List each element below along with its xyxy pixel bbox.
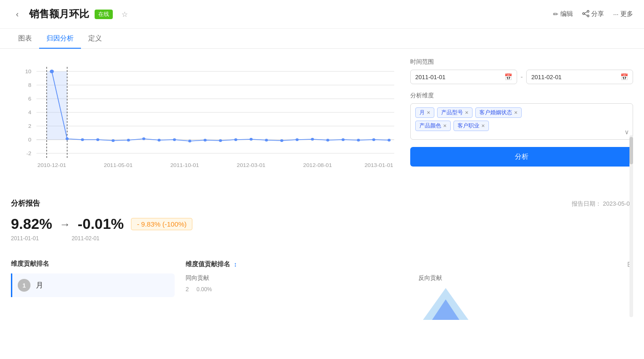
back-button[interactable]: ‹ — [11, 8, 24, 20]
svg-text:2011-05-01: 2011-05-01 — [104, 162, 132, 168]
svg-point-30 — [81, 138, 84, 141]
more-icon: ··· — [613, 10, 619, 18]
svg-point-36 — [173, 138, 176, 141]
svg-point-37 — [188, 140, 191, 142]
svg-point-38 — [204, 139, 207, 142]
ranking-item: 1 月 — [11, 273, 175, 297]
edit-button[interactable]: ✏ 编辑 — [553, 10, 573, 18]
rank-number: 1 — [18, 279, 30, 292]
bottom-section: 维度贡献排名 1 月 维度值贡献排名 ↕ ⊞ 同向贡献 2 0.00% 反向贡献 — [0, 260, 644, 322]
calendar-end-icon: 📅 — [620, 73, 628, 81]
svg-point-32 — [111, 139, 115, 142]
contrib-item-num: 2 — [186, 286, 193, 293]
date-end-value: 2011-02-01 — [531, 74, 562, 81]
negative-contrib-chart — [418, 286, 473, 322]
dim-val-header: 维度值贡献排名 ↕ ⊞ — [186, 260, 633, 268]
time-range-section: 时间范围 2011-01-01 📅 - 2011-02-01 📅 — [410, 58, 633, 84]
dimension-tag-month[interactable]: 月 ✕ — [415, 107, 434, 118]
tab-definition[interactable]: 定义 — [81, 29, 109, 48]
metric-row: 9.82% → -0.01% - 9.83% (-100%) — [11, 216, 633, 233]
svg-point-44 — [296, 138, 299, 141]
dimension-ranking-panel: 维度贡献排名 1 月 — [11, 260, 175, 322]
report-date: 报告日期： 2023-05-03 — [572, 200, 633, 208]
dimension-tag-product-color[interactable]: 产品颜色 ✕ — [415, 121, 451, 131]
date-separator: - — [521, 73, 523, 81]
svg-point-39 — [219, 139, 222, 142]
svg-text:-2: -2 — [26, 151, 31, 156]
share-button[interactable]: 分享 — [582, 10, 604, 19]
date-end-input[interactable]: 2011-02-01 📅 — [526, 70, 633, 84]
dimension-tag-month-label: 月 — [419, 109, 425, 116]
svg-point-48 — [357, 139, 360, 142]
svg-point-47 — [342, 138, 345, 141]
svg-marker-25 — [47, 71, 67, 140]
metric-date-from: 2011-01-01 — [11, 235, 39, 242]
dimension-tag-customer-job-label: 客户职业 — [458, 122, 479, 130]
metric-date-to: 2011-02-01 — [71, 235, 99, 242]
svg-point-34 — [142, 137, 146, 140]
svg-text:2011-10-01: 2011-10-01 — [170, 162, 199, 168]
svg-line-3 — [584, 12, 587, 13]
svg-text:10: 10 — [25, 69, 31, 74]
expand-dimensions-button[interactable]: ∨ — [624, 128, 629, 136]
remove-month-icon[interactable]: ✕ — [427, 110, 430, 115]
chart-panel: 10 8 6 4 2 0 -2 2010-12-01 2011-05-01 20… — [11, 58, 399, 190]
dimension-tag-product-color-label: 产品颜色 — [419, 122, 441, 130]
svg-point-42 — [265, 139, 268, 142]
date-range: 2011-01-01 📅 - 2011-02-01 📅 — [410, 70, 633, 84]
page-title: 销售额月环比 — [29, 7, 89, 21]
svg-text:2013-01-01: 2013-01-01 — [364, 162, 393, 168]
positive-contrib-label: 同向贡献 — [186, 274, 400, 282]
dimension-section: 分析维度 月 ✕ 产品型号 ✕ 客户婚姻状态 ✕ — [410, 91, 633, 140]
scrollbar-thumb[interactable] — [629, 137, 633, 164]
remove-marital-status-icon[interactable]: ✕ — [514, 110, 518, 115]
tab-attribution[interactable]: 归因分析 — [39, 29, 81, 48]
scrollbar-track[interactable] — [629, 135, 633, 317]
report-header: 分析报告 报告日期： 2023-05-03 — [11, 199, 633, 208]
negative-contrib-section: 反向贡献 — [418, 274, 633, 322]
svg-point-50 — [387, 139, 391, 142]
svg-point-33 — [127, 139, 130, 142]
svg-point-35 — [157, 139, 161, 142]
positive-contrib-section: 同向贡献 2 0.00% — [186, 274, 400, 322]
line-chart: 10 8 6 4 2 0 -2 2010-12-01 2011-05-01 20… — [11, 58, 399, 190]
remove-customer-job-icon[interactable]: ✕ — [481, 123, 485, 128]
edit-icon: ✏ — [553, 10, 558, 18]
dimension-ranking-title: 维度贡献排名 — [11, 260, 175, 268]
svg-text:2: 2 — [28, 123, 31, 129]
header-actions: ✏ 编辑 分享 ··· 更多 — [553, 10, 633, 19]
tab-chart[interactable]: 图表 — [11, 29, 39, 48]
report-date-value: 2023-05-03 — [603, 200, 634, 207]
more-button[interactable]: ··· 更多 — [613, 10, 633, 18]
svg-text:8: 8 — [28, 82, 31, 88]
main-content: 10 8 6 4 2 0 -2 2010-12-01 2011-05-01 20… — [0, 49, 644, 199]
svg-text:2012-03-01: 2012-03-01 — [237, 162, 266, 168]
svg-text:4: 4 — [28, 110, 31, 115]
favorite-button[interactable]: ☆ — [118, 8, 131, 20]
metric-change-badge: - 9.83% (-100%) — [131, 218, 192, 230]
dimension-tag-marital-status[interactable]: 客户婚姻状态 ✕ — [475, 107, 522, 118]
svg-point-28 — [50, 70, 54, 73]
sort-icon[interactable]: ↕ — [234, 261, 237, 268]
calendar-start-icon: 📅 — [504, 73, 512, 81]
report-title: 分析报告 — [11, 199, 40, 208]
remove-product-type-icon[interactable]: ✕ — [465, 110, 468, 115]
svg-point-2 — [583, 13, 584, 15]
remove-product-color-icon[interactable]: ✕ — [443, 123, 447, 128]
svg-point-43 — [280, 139, 283, 142]
svg-point-41 — [250, 138, 253, 141]
dimension-tag-product-type[interactable]: 产品型号 ✕ — [437, 107, 473, 118]
positive-contrib-item: 2 0.00% — [186, 286, 400, 293]
contrib-item-val: 0.00% — [196, 286, 212, 293]
date-start-input[interactable]: 2011-01-01 📅 — [410, 70, 517, 84]
metric-to-value: -0.01% — [78, 216, 124, 233]
arrow-icon: → — [60, 218, 70, 231]
analyze-button[interactable]: 分析 — [410, 147, 633, 167]
dimension-tags-row2: 产品颜色 ✕ 客户职业 ✕ — [415, 121, 628, 131]
svg-text:6: 6 — [28, 96, 31, 101]
dimension-tag-customer-job[interactable]: 客户职业 ✕ — [453, 121, 489, 131]
share-label: 分享 — [591, 10, 604, 18]
dim-val-ranking-panel: 维度值贡献排名 ↕ ⊞ 同向贡献 2 0.00% 反向贡献 — [186, 260, 633, 322]
negative-contrib-label: 反向贡献 — [418, 274, 633, 282]
dimension-tag-product-type-label: 产品型号 — [441, 109, 463, 116]
